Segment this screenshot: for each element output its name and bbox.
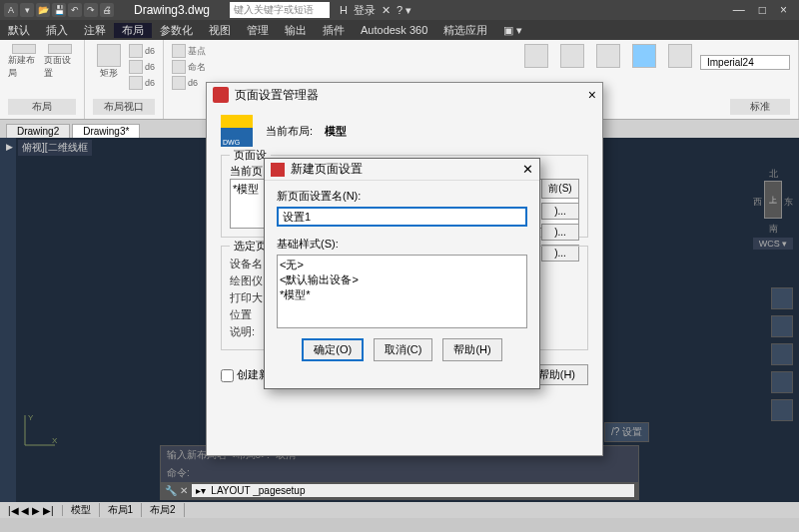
qat-new-icon[interactable]: ▾ <box>20 3 34 17</box>
detail-desc-label: 说明: <box>230 325 255 337</box>
command-input[interactable] <box>192 484 634 497</box>
tab-parametric[interactable]: 参数化 <box>152 23 201 38</box>
current-layout-label: 当前布局: <box>266 125 313 137</box>
app-titlebar: A ▾ 📂 💾 ↶ ↷ 🖨 Drawing3.dwg 键入关键字或短语 H 登录… <box>0 0 799 20</box>
orbit-icon[interactable] <box>771 371 793 393</box>
tab-autodesk360[interactable]: Autodesk 360 <box>353 24 435 36</box>
mini-base[interactable]: 基点 <box>172 44 206 58</box>
svg-text:X: X <box>52 436 58 445</box>
panel-label: 布局视口 <box>93 99 155 115</box>
cancel-button[interactable]: 取消(C) <box>374 338 432 361</box>
tab-layout[interactable]: 布局 <box>114 23 152 38</box>
vp-mini-1[interactable]: d6 <box>129 44 155 58</box>
tab-featured[interactable]: 精选应用 <box>435 23 495 38</box>
compass-s: 南 <box>769 224 778 234</box>
help-button[interactable]: 帮助(H) <box>442 338 501 361</box>
cmd-prompt-icon[interactable]: 🔧 ✕ <box>165 485 188 496</box>
maximize-button[interactable]: □ <box>759 3 766 17</box>
ribbon-btn-a[interactable] <box>520 44 552 80</box>
rect-viewport-button[interactable]: 矩形 <box>93 44 125 80</box>
tab-manage[interactable]: 管理 <box>239 23 277 38</box>
doc-tab[interactable]: Drawing2 <box>6 124 70 138</box>
tab-insert[interactable]: 插入 <box>38 23 76 38</box>
compass-n: 北 <box>769 169 778 179</box>
close-icon[interactable]: ✕ <box>522 162 533 177</box>
current-layout-value: 模型 <box>325 125 347 137</box>
mini-named[interactable]: 命名 <box>172 60 206 74</box>
nav-wheel-icon[interactable] <box>771 287 793 309</box>
nav-cube-area: 北 西 上 东 南 WCS ▾ <box>753 168 793 250</box>
modify-button[interactable]: )... <box>541 224 579 241</box>
qat-print-icon[interactable]: 🖨 <box>100 3 114 17</box>
close-icon[interactable]: × <box>588 87 596 103</box>
dwg-icon <box>221 115 253 147</box>
infocenter: H 登录 ✕ ? ▾ <box>340 3 411 18</box>
qat-save-icon[interactable]: 💾 <box>52 3 66 17</box>
layout-tabs: |◀ ◀ ▶ ▶| 模型 布局1 布局2 <box>0 502 799 518</box>
qat-undo-icon[interactable]: ↶ <box>68 3 82 17</box>
new-page-setup-name-input[interactable] <box>277 207 527 227</box>
set-current-button[interactable]: 前(S) <box>541 179 579 199</box>
anno-scale-dropdown[interactable]: Imperial24 <box>700 55 790 70</box>
search-icon[interactable]: H <box>340 4 348 16</box>
layout-tab-model[interactable]: 模型 <box>63 503 100 517</box>
vbar-item[interactable]: ▶ <box>0 138 16 156</box>
layout-tab-2[interactable]: 布局2 <box>142 503 185 517</box>
tab-plugins[interactable]: 插件 <box>315 23 353 38</box>
list-item[interactable]: <默认输出设备> <box>280 272 524 287</box>
ribbon-btn-b[interactable] <box>556 44 588 80</box>
vp-mini-3[interactable]: d6 <box>129 76 155 90</box>
zoom-icon[interactable] <box>771 343 793 365</box>
qat-redo-icon[interactable]: ↷ <box>84 3 98 17</box>
autocad-icon <box>213 87 229 103</box>
showmotion-icon[interactable] <box>771 399 793 421</box>
qat-open-icon[interactable]: 📂 <box>36 3 50 17</box>
panel-label: 标准 <box>730 99 790 115</box>
viewport-controls[interactable]: 俯视][二维线框 <box>18 140 92 156</box>
ribbon-btn-d[interactable] <box>628 44 660 80</box>
tab-extras-icon[interactable]: ▣ ▾ <box>495 24 530 37</box>
list-item[interactable]: <无> <box>280 258 524 272</box>
exchange-icon[interactable]: ✕ <box>382 4 391 17</box>
layout-tab-1[interactable]: 布局1 <box>100 503 143 517</box>
svg-text:Y: Y <box>28 413 34 422</box>
ribbon-btn-c[interactable] <box>592 44 624 80</box>
compass-w: 西 <box>753 196 762 209</box>
vp-mini-2[interactable]: d6 <box>129 60 155 74</box>
hint-box[interactable]: /? 设置 <box>604 422 649 442</box>
base-style-label: 基础样式(S): <box>277 237 527 252</box>
page-setup-button[interactable]: 页面设置 <box>44 44 76 80</box>
base-style-list[interactable]: <无> <默认输出设备> *模型* <box>277 255 527 328</box>
minimize-button[interactable]: — <box>733 3 745 17</box>
pan-icon[interactable] <box>771 315 793 337</box>
login-button[interactable]: 登录 <box>354 3 376 18</box>
doc-tab-active[interactable]: Drawing3* <box>72 124 140 138</box>
ok-button[interactable]: 确定(O) <box>302 338 364 361</box>
close-button[interactable]: × <box>780 3 787 17</box>
panel-label: 布局 <box>8 99 76 115</box>
tab-default[interactable]: 默认 <box>0 23 38 38</box>
new-button[interactable]: )... <box>541 203 579 220</box>
app-icon[interactable]: A <box>4 3 18 17</box>
tab-view[interactable]: 视图 <box>201 23 239 38</box>
quick-access-toolbar: A ▾ 📂 💾 ↶ ↷ 🖨 <box>4 3 114 17</box>
layout-nav-arrows[interactable]: |◀ ◀ ▶ ▶| <box>0 505 63 516</box>
new-page-setup-dialog: 新建页面设置 ✕ 新页面设置名(N): 基础样式(S): <无> <默认输出设备… <box>264 158 540 389</box>
help-search-input[interactable]: 键入关键字或短语 <box>230 2 330 18</box>
view-cube[interactable]: 上 <box>764 181 782 219</box>
ribbon-panel-layout: 新建布局 页面设置 布局 <box>0 40 85 119</box>
document-filename: Drawing3.dwg <box>114 3 230 17</box>
wcs-dropdown[interactable]: WCS ▾ <box>753 238 793 250</box>
ribbon-btn-e[interactable] <box>664 44 696 80</box>
list-item[interactable]: *模型* <box>280 287 524 302</box>
cmd-history-2: 命令: <box>161 464 638 482</box>
new-layout-button[interactable]: 新建布局 <box>8 44 40 80</box>
dialog-title: 新建页面设置 <box>291 161 363 178</box>
compass-e: 东 <box>784 196 793 209</box>
tab-output[interactable]: 输出 <box>277 23 315 38</box>
mini-3[interactable]: d6 <box>172 76 206 90</box>
ucs-icon: YX <box>20 410 60 452</box>
autocad-icon <box>271 163 285 177</box>
help-dropdown-icon[interactable]: ? ▾ <box>397 4 411 17</box>
tab-annotate[interactable]: 注释 <box>76 23 114 38</box>
